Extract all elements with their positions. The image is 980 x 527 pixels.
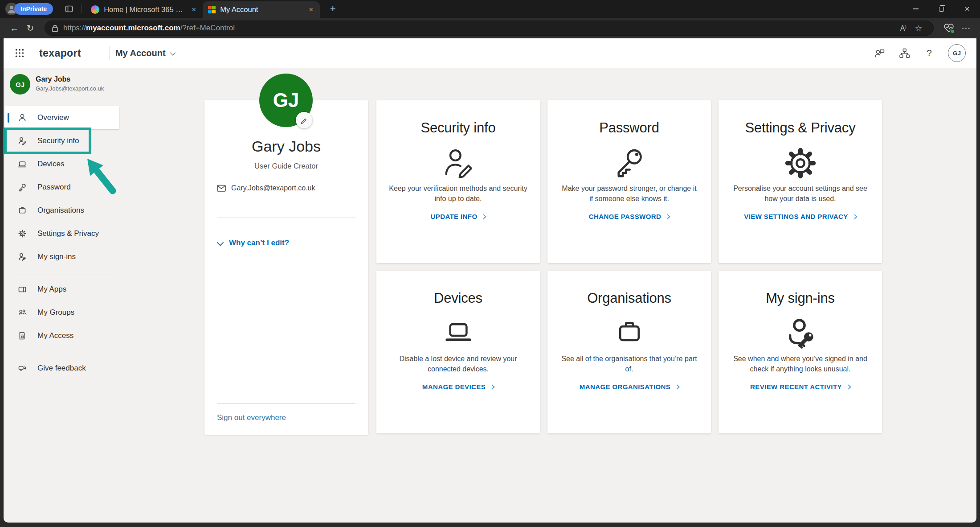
page-content: GJ Gary Jobs Gary.Jobs@texaport.co.uk Ov… [4, 68, 976, 523]
envelope-icon [217, 185, 226, 192]
microsoft-logo-icon [208, 6, 216, 13]
update-info-link[interactable]: UPDATE INFO [376, 213, 540, 220]
browser-menu-button[interactable]: ⋯ [958, 23, 975, 33]
org-logo[interactable]: texaport [39, 47, 81, 59]
sidebar-item-label: Organisations [37, 206, 84, 215]
minimize-button[interactable] [902, 0, 928, 18]
tab-title: Home | Microsoft 365 Copilot [104, 5, 185, 14]
close-window-button[interactable]: × [954, 0, 980, 18]
sidebar-item-password[interactable]: Password [4, 176, 119, 199]
view-settings-privacy-link[interactable]: VIEW SETTINGS AND PRIVACY [719, 213, 882, 220]
chevron-right-icon [846, 384, 851, 389]
close-tab-icon[interactable]: × [306, 5, 315, 14]
edit-photo-button[interactable] [296, 112, 312, 128]
chevron-right-icon [490, 384, 494, 389]
manage-organisations-link[interactable]: MANAGE ORGANISATIONS [547, 383, 711, 391]
organisation-switcher-button[interactable] [898, 47, 911, 59]
card-description: Keep your verification methods and secur… [376, 183, 540, 204]
chevron-right-icon [675, 384, 680, 389]
card-title: Security info [376, 120, 540, 136]
copilot-icon [91, 5, 99, 14]
address-bar[interactable]: https://myaccount.microsoft.com/?ref=MeC… [45, 21, 934, 36]
change-password-link[interactable]: CHANGE PASSWORD [547, 213, 711, 220]
header-divider [110, 46, 110, 60]
devices-card: Devices Disable a lost device and review… [376, 271, 540, 433]
refresh-button[interactable]: ↻ [22, 20, 38, 36]
url-text: https://myaccount.microsoft.com/?ref=MeC… [63, 24, 235, 33]
url-path: /?ref=MeControl [180, 24, 235, 32]
briefcase-icon [17, 205, 28, 216]
review-recent-activity-link[interactable]: REVIEW RECENT ACTIVITY [719, 383, 882, 391]
sidebar-item-devices[interactable]: Devices [4, 152, 119, 176]
browser-tab-strip: InPrivate Home | Microsoft 365 Copilot ×… [0, 0, 980, 18]
sidebar-item-organisations[interactable]: Organisations [4, 199, 119, 222]
manage-devices-link[interactable]: MANAGE DEVICES [376, 383, 540, 391]
why-cant-i-edit-label: Why can’t I edit? [229, 239, 289, 247]
waffle-icon [15, 48, 24, 58]
key-icon [17, 182, 28, 193]
app-launcher-button[interactable] [11, 44, 29, 62]
security-info-card: Security info Keep your verification met… [376, 100, 540, 263]
read-aloud-icon[interactable]: A⁾ [896, 24, 911, 33]
link-label: MANAGE ORGANISATIONS [580, 383, 670, 391]
chat-bubbles-icon [17, 363, 28, 374]
profile-name: Gary Jobs [204, 138, 368, 155]
tab-copilot-home[interactable]: Home | Microsoft 365 Copilot × [86, 1, 203, 18]
window-controls: × [902, 0, 980, 18]
web-page: texaport My Account [4, 38, 976, 523]
feedback-button[interactable] [873, 47, 886, 59]
person-key-icon [719, 315, 882, 352]
sidebar-item-my-access[interactable]: My Access [4, 324, 119, 347]
person-edit-icon [376, 145, 540, 181]
minimize-icon [913, 8, 919, 9]
inprivate-badge[interactable]: InPrivate [14, 3, 53, 15]
card-title: Devices [376, 290, 540, 306]
chevron-down-icon [217, 239, 224, 246]
sidebar-item-security-info[interactable]: Security info [4, 129, 119, 152]
sidebar-item-label: Overview [37, 113, 69, 122]
restore-button[interactable] [928, 0, 954, 18]
card-description: Disable a lost device and review your co… [376, 354, 540, 374]
why-cant-i-edit-link[interactable]: Why can’t I edit? [218, 239, 289, 247]
card-divider [217, 218, 355, 218]
tab-actions-button[interactable] [65, 4, 74, 13]
link-label: VIEW SETTINGS AND PRIVACY [744, 213, 848, 220]
sidebar-profile-name: Gary Jobs [36, 75, 104, 83]
sidebar-item-my-sign-ins[interactable]: My sign-ins [4, 245, 119, 268]
sidebar-item-give-feedback[interactable]: Give feedback [4, 357, 119, 380]
portal-title-dropdown[interactable]: My Account [115, 48, 174, 58]
header-actions: ? GJ [873, 44, 966, 62]
sidebar-item-settings-privacy[interactable]: Settings & Privacy [4, 222, 119, 245]
key-icon [547, 145, 711, 181]
chevron-right-icon [482, 214, 486, 219]
settings-privacy-card: Settings & Privacy Personalise your acco… [719, 100, 882, 263]
sidebar-item-label: Security info [37, 136, 79, 145]
back-button[interactable]: ← [6, 20, 22, 36]
url-domain: myaccount.microsoft.com [86, 24, 180, 32]
sidebar-item-label: Password [37, 183, 71, 192]
tab-my-account[interactable]: My Account × [203, 1, 320, 18]
card-title: Settings & Privacy [719, 120, 882, 136]
sidebar-item-label: Settings & Privacy [37, 229, 99, 238]
link-label: REVIEW RECENT ACTIVITY [750, 383, 842, 391]
person-icon [17, 112, 28, 123]
browser-essentials-button[interactable] [940, 20, 958, 36]
link-label: CHANGE PASSWORD [589, 213, 661, 220]
sign-out-everywhere-link[interactable]: Sign out everywhere [217, 413, 286, 422]
sidebar-item-label: My Access [37, 331, 74, 340]
sidebar-item-overview[interactable]: Overview [4, 106, 119, 129]
sidebar-item-label: Devices [37, 160, 64, 169]
chevron-right-icon [666, 214, 670, 219]
help-button[interactable]: ? [923, 47, 935, 59]
person-feedback-icon [874, 47, 886, 59]
sidebar-item-my-groups[interactable]: My Groups [4, 301, 119, 324]
close-tab-icon[interactable]: × [189, 5, 198, 14]
laptop-icon [376, 315, 540, 352]
restore-icon [939, 7, 944, 12]
card-divider [217, 403, 355, 404]
favorite-star-icon[interactable]: ☆ [911, 23, 926, 33]
laptop-icon [17, 159, 28, 169]
sidebar-item-my-apps[interactable]: My Apps [4, 278, 119, 301]
new-tab-button[interactable]: + [326, 3, 339, 15]
account-avatar[interactable]: GJ [948, 44, 966, 62]
